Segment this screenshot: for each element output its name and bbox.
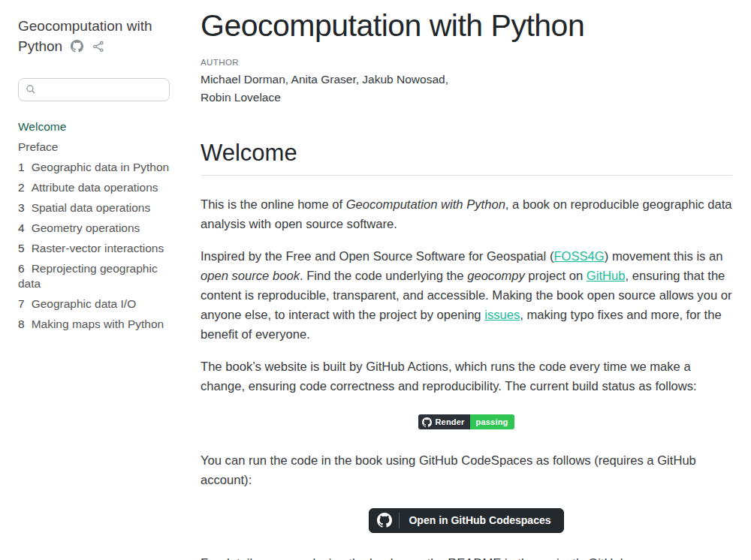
search-input[interactable] (41, 83, 162, 96)
paragraph-build-status: The book’s website is built by GitHub Ac… (201, 357, 732, 396)
text-segment: The book’s website is built by GitHub Ac… (201, 360, 697, 393)
sidebar-item-raster-vector-interactions[interactable]: 5Raster-vector interactions (18, 239, 170, 259)
codespaces-button-figure: Open in GitHub Codespaces (201, 508, 732, 533)
badge-workflow-name: Render (435, 417, 464, 426)
sidebar-item-attribute-data-operations[interactable]: 2Attribute data operations (18, 178, 170, 198)
sidebar-item-label: Geographic data in Python (32, 161, 170, 173)
sidebar: Geocomputation with Python WelcomePrefac… (0, 0, 188, 560)
inline-link[interactable]: FOSS4G (553, 249, 604, 263)
github-repo-link[interactable] (71, 38, 83, 54)
paragraph-readme: For details on reproducing the book, see… (201, 554, 732, 560)
share-button[interactable] (92, 38, 104, 54)
text-segment: Inspired by the Free and Open Source Sof… (201, 249, 553, 263)
share-icon (92, 38, 104, 54)
sidebar-item-label: Preface (18, 140, 58, 153)
section-heading-welcome: Welcome (201, 139, 732, 176)
chapter-number: 1 (18, 161, 25, 173)
sidebar-item-label: Geometry operations (32, 221, 140, 234)
sidebar-item-label: Making maps with Python (32, 318, 164, 330)
chapter-number: 2 (18, 181, 25, 194)
chapter-number: 4 (18, 221, 25, 234)
chapter-number: 8 (18, 318, 25, 330)
page-title: Geocomputation with Python (201, 9, 732, 43)
codespaces-button-label: Open in GitHub Codespaces (409, 514, 550, 526)
sidebar-item-preface[interactable]: Preface (18, 137, 170, 158)
text-segment: open source book (201, 269, 300, 283)
text-segment: Geocomputation with Python (346, 197, 505, 212)
build-badge-figure: Render passing (201, 414, 732, 430)
sidebar-item-reprojecting-geographic-data[interactable]: 6Reprojecting geographic data (18, 259, 170, 294)
sidebar-item-label: Spatial data operations (32, 201, 151, 214)
search-icon (26, 84, 36, 95)
badge-status: passing (470, 414, 514, 429)
github-icon (377, 513, 392, 528)
author-names-line-1: Michael Dorman, Anita Graser, Jakub Nowo… (201, 71, 732, 89)
text-segment: geocompy (467, 269, 525, 283)
text-segment: ) movement this is an (605, 249, 723, 263)
button-divider (399, 513, 400, 528)
text-segment: You can run the code in the book using G… (201, 453, 696, 487)
title-block: AUTHOR Michael Dorman, Anita Graser, Jak… (201, 58, 732, 107)
text-segment: project on (525, 269, 587, 283)
sidebar-item-label: Reprojecting geographic data (18, 262, 158, 290)
content-body: This is the online home of Geocomputatio… (201, 195, 732, 560)
inline-link[interactable]: GitHub (587, 269, 626, 283)
paragraph-codespaces: You can run the code in the book using G… (201, 451, 732, 490)
sidebar-item-label: Raster-vector interactions (32, 242, 164, 254)
github-icon (71, 38, 83, 54)
sidebar-item-welcome[interactable]: Welcome (18, 117, 170, 137)
text-segment: This is the online home of (201, 197, 346, 212)
text-segment: . Find the code underlying the (300, 269, 467, 283)
sidebar-item-label: Geographic data I/O (32, 297, 137, 310)
book-title-text[interactable]: Geocomputation with Python (18, 18, 152, 54)
sidebar-item-label: Welcome (18, 120, 66, 133)
sidebar-item-making-maps-with-python[interactable]: 8Making maps with Python (18, 315, 170, 335)
search-box[interactable] (18, 78, 170, 101)
text-segment: For details on reproducing the book, see… (201, 556, 659, 560)
inline-link[interactable]: issues (484, 308, 520, 322)
author-label: AUTHOR (201, 58, 732, 67)
sidebar-nav: WelcomePreface1Geographic data in Python… (18, 117, 170, 335)
main-content: Geocomputation with Python AUTHOR Michae… (188, 0, 751, 560)
badge-left-segment: Render (418, 414, 469, 429)
sidebar-item-label: Attribute data operations (32, 181, 158, 194)
page: Geocomputation with Python WelcomePrefac… (0, 0, 751, 560)
chapter-number: 7 (18, 297, 25, 310)
sidebar-item-geometry-operations[interactable]: 4Geometry operations (18, 218, 170, 239)
sidebar-item-spatial-data-operations[interactable]: 3Spatial data operations (18, 198, 170, 218)
paragraph-intro: This is the online home of Geocomputatio… (201, 195, 732, 234)
sidebar-item-geographic-data-i-o[interactable]: 7Geographic data I/O (18, 294, 170, 315)
book-title: Geocomputation with Python (18, 17, 170, 57)
paragraph-open-source: Inspired by the Free and Open Source Sof… (201, 247, 732, 345)
chapter-number: 3 (18, 201, 25, 214)
build-status-badge[interactable]: Render passing (418, 414, 514, 429)
chapter-number: 5 (18, 242, 25, 254)
open-codespaces-button[interactable]: Open in GitHub Codespaces (369, 508, 563, 533)
chapter-number: 6 (18, 262, 25, 275)
sidebar-item-geographic-data-in-python[interactable]: 1Geographic data in Python (18, 158, 170, 178)
github-icon (422, 417, 432, 427)
author-names-line-2: Robin Lovelace (201, 89, 732, 107)
